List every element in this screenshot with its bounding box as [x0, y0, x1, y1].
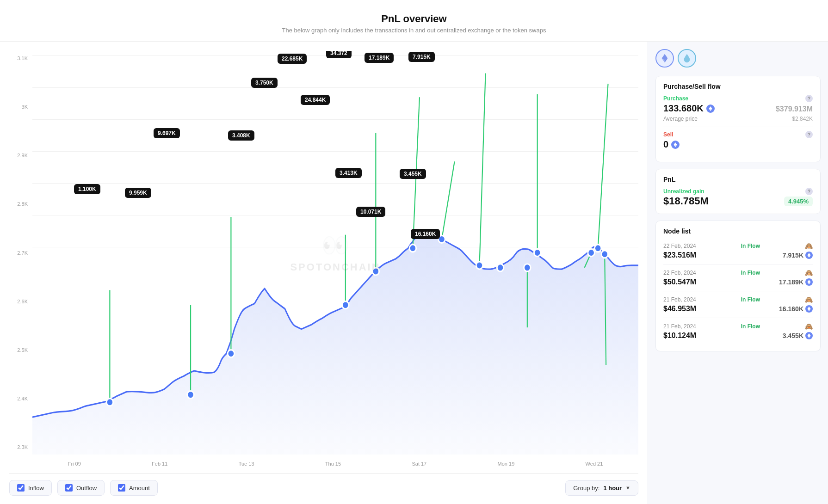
- inflow-checkbox[interactable]: Inflow: [9, 480, 52, 496]
- outflow-checkbox-input[interactable]: [65, 484, 73, 492]
- svg-point-1: [106, 399, 113, 406]
- node-item-3: 21 Feb, 2024 In Flow 🙈 $46.953M 16.160K: [663, 291, 813, 318]
- svg-point-27: [601, 251, 608, 258]
- node-item-4: 21 Feb, 2024 In Flow 🙈 $10.124M 3.455K: [663, 318, 813, 344]
- purchase-main-row: 133.680K $379.913M: [663, 102, 813, 115]
- node-item-2: 22 Feb, 2024 In Flow 🙈 $50.547M 17.189K: [663, 264, 813, 291]
- y-label: 2.6K: [9, 299, 28, 304]
- svg-line-22: [598, 84, 608, 248]
- amount-checkbox[interactable]: Amount: [110, 480, 158, 496]
- unrealized-help-icon[interactable]: ?: [805, 188, 813, 195]
- page-title: PnL overview: [0, 13, 828, 25]
- amount-checkbox-input[interactable]: [118, 484, 125, 492]
- node-eye-3[interactable]: 🙈: [805, 296, 813, 303]
- amount-label: Amount: [129, 485, 150, 492]
- x-label-tue13: Tue 13: [239, 461, 254, 467]
- node-eye-4[interactable]: 🙈: [805, 323, 813, 330]
- purchase-label-row: Purchase ?: [663, 95, 813, 102]
- node-date-2: 22 Feb, 2024: [663, 270, 696, 276]
- node-amount-4: 3.455K: [783, 332, 813, 339]
- sell-help-icon[interactable]: ?: [805, 131, 813, 138]
- right-panel: Purchase/Sell flow Purchase ? 133.680K: [648, 42, 828, 504]
- x-label-mon19: Mon 19: [498, 461, 515, 467]
- x-label-sat17: Sat 17: [412, 461, 426, 467]
- y-label: 2.7K: [9, 250, 28, 256]
- unrealized-value: $18.785M: [663, 195, 709, 207]
- node-eth-badge-4: [805, 332, 813, 339]
- x-label-fri09: Fri 09: [68, 461, 81, 467]
- x-label-wed21: Wed 21: [586, 461, 603, 467]
- svg-point-7: [342, 301, 349, 309]
- node-item-1: 22 Feb, 2024 In Flow 🙈 $23.516M 7.915K: [663, 238, 813, 264]
- svg-point-21: [524, 264, 531, 271]
- node-eth-badge-1: [805, 252, 813, 259]
- chevron-down-icon: ▼: [625, 485, 630, 491]
- outflow-checkbox[interactable]: Outflow: [57, 480, 105, 496]
- inflow-label: Inflow: [28, 485, 44, 492]
- pnl-section: PnL Unrealized gain ? $18.785M 4.945%: [655, 169, 821, 214]
- y-label: 2.4K: [9, 396, 28, 401]
- purchase-usd: $379.913M: [776, 105, 813, 113]
- node-amount-3: 16.160K: [779, 305, 813, 313]
- node-usd-3: $46.953M: [663, 305, 696, 313]
- node-top-3: 21 Feb, 2024 In Flow 🙈: [663, 296, 813, 303]
- avg-price-label: Average price: [663, 116, 698, 122]
- node-top-4: 21 Feb, 2024 In Flow 🙈: [663, 323, 813, 330]
- svg-point-3: [187, 391, 194, 399]
- node-eth-badge-3: [805, 305, 813, 313]
- eth-badge: [706, 104, 715, 113]
- svg-point-15: [476, 262, 483, 269]
- sell-amount: 0: [663, 139, 668, 150]
- y-label: 2.9K: [9, 153, 28, 158]
- node-date-4: 21 Feb, 2024: [663, 323, 696, 330]
- chart-container: 3.1K 3K 2.9K 2.8K 2.7K 2.6K 2.5K 2.4K 2.…: [9, 51, 638, 473]
- svg-point-25: [588, 249, 595, 256]
- divider: [663, 127, 813, 127]
- purchase-label: Purchase: [663, 95, 688, 102]
- avg-price-value: $2.842K: [792, 116, 813, 122]
- node-top-2: 22 Feb, 2024 In Flow 🙈: [663, 269, 813, 277]
- svg-line-14: [479, 74, 485, 265]
- node-list-section: Node list 22 Feb, 2024 In Flow 🙈 $23.516…: [655, 221, 821, 351]
- x-axis: Fri 09 Feb 11 Tue 13 Thu 15 Sat 17 Mon 1…: [32, 455, 638, 473]
- unrealized-label: Unrealized gain: [663, 188, 704, 195]
- y-label: 3.1K: [9, 55, 28, 61]
- node-flow-3: In Flow: [741, 296, 760, 303]
- inflow-checkbox-input[interactable]: [17, 484, 25, 492]
- purchase-sell-section: Purchase/Sell flow Purchase ? 133.680K: [655, 76, 821, 162]
- avg-row: Average price $2.842K: [663, 116, 813, 122]
- node-list-title: Node list: [663, 227, 813, 235]
- sell-row: Sell ? 0: [663, 131, 813, 151]
- eth-token-icon[interactable]: [655, 49, 674, 68]
- purchase-sell-title: Purchase/Sell flow: [663, 83, 813, 90]
- node-eye-2[interactable]: 🙈: [805, 269, 813, 277]
- node-flow-1: In Flow: [741, 243, 760, 249]
- node-flow-2: In Flow: [741, 270, 760, 276]
- unrealized-label-row: Unrealized gain ?: [663, 188, 813, 195]
- sell-label: Sell: [663, 131, 673, 138]
- group-by-select[interactable]: Group by: 1 hour ▼: [565, 480, 638, 496]
- group-by-value: 1 hour: [603, 485, 622, 492]
- node-flow-4: In Flow: [741, 323, 760, 330]
- node-amount-1: 7.915K: [783, 252, 813, 259]
- node-bottom-4: $10.124M 3.455K: [663, 332, 813, 340]
- y-label: 2.3K: [9, 444, 28, 450]
- node-amount-2: 17.189K: [779, 278, 813, 286]
- purchase-help-icon[interactable]: ?: [805, 95, 813, 102]
- y-label: 2.5K: [9, 347, 28, 353]
- svg-point-9: [372, 268, 379, 275]
- x-label-feb11: Feb 11: [152, 461, 167, 467]
- svg-point-23: [594, 245, 601, 252]
- y-label: 2.8K: [9, 201, 28, 207]
- drop-token-icon[interactable]: [678, 49, 696, 68]
- token-icons: [655, 49, 821, 68]
- chart-controls: Inflow Outflow Amount Group by: 1 hour ▼: [9, 473, 638, 499]
- node-date-3: 21 Feb, 2024: [663, 296, 696, 303]
- svg-point-11: [409, 245, 416, 252]
- node-usd-1: $23.516M: [663, 251, 696, 259]
- chart-area: 3.1K 3K 2.9K 2.8K 2.7K 2.6K 2.5K 2.4K 2.…: [0, 42, 648, 504]
- sell-label-row: Sell ?: [663, 131, 813, 138]
- pnl-title: PnL: [663, 176, 813, 183]
- node-eye-1[interactable]: 🙈: [805, 242, 813, 250]
- page-subtitle: The below graph only includes the transa…: [0, 27, 828, 34]
